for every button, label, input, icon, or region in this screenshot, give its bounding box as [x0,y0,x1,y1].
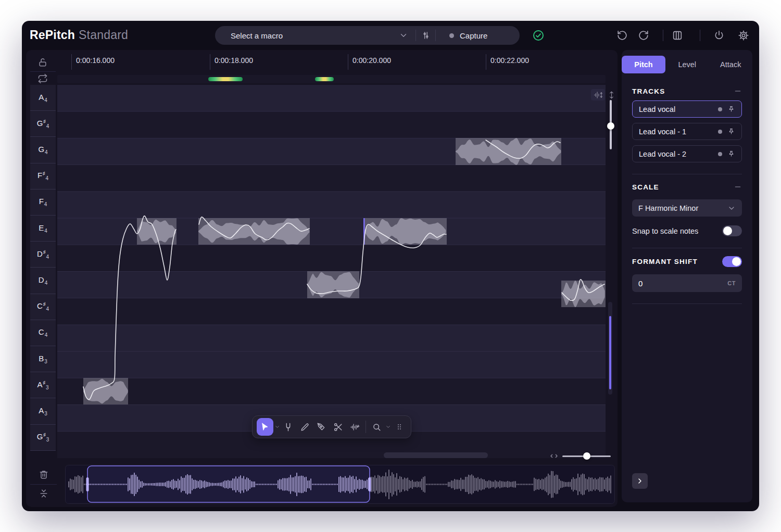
pin-icon[interactable] [727,128,735,135]
horizontal-zoom-knob[interactable] [583,452,590,460]
collapse-section-icon[interactable] [734,183,742,191]
timeline-ruler[interactable]: 0:00:16.0000:00:18.0000:00:20.0000:00:22… [57,56,606,72]
toggle-knob [732,257,741,266]
note-blob[interactable] [363,218,447,245]
piano-key-f4[interactable]: F4 [30,189,56,216]
overview-bar [398,479,399,490]
note-blob[interactable] [198,218,310,245]
vertical-zoom-knob[interactable] [607,122,614,130]
overview-waveform[interactable] [65,465,615,504]
arrows-vertical-icon[interactable] [607,91,616,99]
mute-dot-icon[interactable] [718,107,722,111]
piano-key-a#3[interactable]: A♯3 [30,372,56,398]
collapse-section-icon[interactable] [734,87,742,95]
arrows-horizontal-icon[interactable] [550,452,558,460]
overview-selection[interactable] [87,466,370,502]
overview-bar [588,477,589,491]
scissors-tool-button[interactable] [331,418,345,436]
mute-dot-icon[interactable] [718,152,722,156]
overview-bar [576,478,577,490]
cursor-tool-button[interactable] [257,418,273,436]
tab-pitch[interactable]: Pitch [622,56,665,73]
waveform-fit-icon[interactable] [594,91,602,99]
waveform-add-tool-button[interactable] [347,418,362,436]
chevron-down-icon[interactable] [274,424,280,430]
pin-icon[interactable] [727,150,735,158]
vertical-scrollbar-thumb[interactable] [609,316,611,389]
settings-icon[interactable] [738,30,749,41]
snap-toggle[interactable] [722,225,742,236]
pitch-grid[interactable] [57,85,606,458]
tab-level[interactable]: Level [665,60,709,69]
capture-button[interactable]: Capture [436,26,520,45]
expand-button[interactable] [632,473,648,489]
piano-key-b3[interactable]: B3 [30,346,56,372]
track-item-1[interactable]: Lead vocal - 1 [632,123,742,140]
pencil-tool-button[interactable] [298,418,312,436]
piano-key-g4[interactable]: G4 [30,137,56,163]
overview-bar [574,479,575,490]
overview-bar [524,484,525,485]
undo-icon[interactable] [616,30,628,41]
overview-bar [537,479,538,489]
overview-bar [543,479,544,490]
overview-bar [470,475,471,493]
layout-columns-icon[interactable] [672,30,683,41]
note-blob[interactable] [83,378,128,404]
formant-input[interactable]: 0 CT [632,274,742,292]
lock-open-icon[interactable] [37,57,48,68]
piano-key-e4[interactable]: E4 [30,216,56,242]
selection-handle-right[interactable] [369,477,371,491]
selection-handle-left[interactable] [86,477,89,491]
overview-bar [418,482,419,487]
piano-key-g#4[interactable]: G♯4 [30,111,56,137]
overview-bar [554,476,555,493]
pin-icon[interactable] [727,105,735,113]
toolbar-drag-handle[interactable] [392,418,407,436]
overview-bar [401,477,402,492]
pen-tool-button[interactable] [314,418,329,436]
track-item-0[interactable]: Lead vocal [632,100,742,118]
overview-bar [591,477,593,491]
zoom-tool-button[interactable] [370,418,384,436]
piano-key-a4[interactable]: A4 [30,85,56,111]
overview-bar [566,482,568,487]
collapse-vertical-icon[interactable] [39,488,49,499]
mute-dot-icon[interactable] [718,130,722,134]
chevron-down-icon[interactable] [385,424,391,430]
overview-bar [485,481,486,488]
horizontal-scrollbar[interactable] [384,452,488,458]
repeat-icon[interactable] [37,73,48,84]
piano-key-a3[interactable]: A3 [30,398,56,424]
overview-bar [506,482,507,487]
overview-bar [479,479,480,490]
overview-bar [501,481,502,487]
piano-key-g#3[interactable]: G♯3 [30,425,56,451]
overview-bar [437,484,438,485]
divider [632,174,742,174]
note-blob[interactable] [137,218,177,245]
piano-key-c#4[interactable]: C♯4 [30,294,56,320]
note-blob[interactable] [307,271,359,298]
piano-key-d#4[interactable]: D♯4 [30,242,56,268]
power-icon[interactable] [713,30,725,41]
piano-key-f#4[interactable]: F♯4 [30,163,56,189]
piano-key-d4[interactable]: D4 [30,268,56,294]
macro-select[interactable]: Select a macro [215,26,415,45]
overview-bar [481,478,482,491]
delete-icon[interactable] [39,470,49,480]
overview-bar [81,477,82,491]
macro-settings-button[interactable] [416,26,435,45]
piano-key-c4[interactable]: C4 [30,320,56,346]
note-blob[interactable] [456,138,561,165]
scale-select[interactable]: F Harmonic Minor [632,199,742,217]
overview-bar [78,475,79,493]
formant-toggle[interactable] [722,256,742,267]
tuning-fork-tool-button[interactable] [281,418,296,436]
redo-icon[interactable] [638,30,649,41]
tab-attack[interactable]: Attack [709,60,753,69]
track-label: Lead vocal [639,105,713,113]
overview-bar [606,478,607,491]
check-circle-icon[interactable] [532,29,545,42]
track-item-2[interactable]: Lead vocal - 2 [632,145,742,162]
